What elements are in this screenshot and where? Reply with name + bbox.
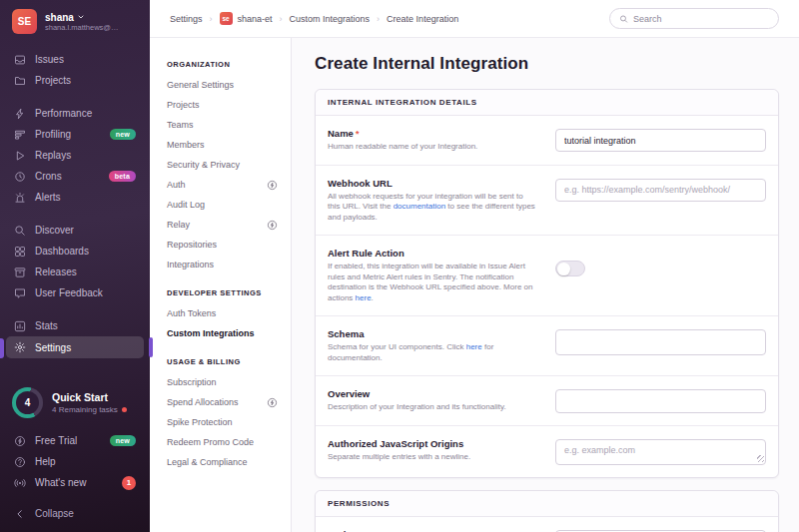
settings-nav: ORGANIZATION General Settings Projects T… <box>150 38 292 532</box>
upsell-icon <box>267 397 278 408</box>
settings-nav-spend-allocations[interactable]: Spend Allocations <box>167 392 291 412</box>
nav-item-releases[interactable]: Releases <box>0 262 150 282</box>
schema-docs-link[interactable]: here <box>466 342 482 351</box>
settings-nav-teams[interactable]: Teams <box>167 115 291 135</box>
nav-group-title: ORGANIZATION <box>167 60 291 69</box>
nav-label: Help <box>35 456 56 467</box>
nav-item-profiling[interactable]: Profilingnew <box>0 124 150 145</box>
crons-icon <box>14 171 26 183</box>
nav-label: Crons <box>35 171 62 182</box>
settings-nav-members[interactable]: Members <box>167 135 291 155</box>
nav-group-title: USAGE & BILLING <box>167 357 291 366</box>
field-help: If enabled, this integration will be ava… <box>328 262 537 303</box>
breadcrumb-separator: › <box>210 14 213 24</box>
alert-rule-action-toggle[interactable] <box>555 261 585 276</box>
authorized-js-origins-textarea[interactable] <box>555 439 766 465</box>
nav-item-crons[interactable]: Cronsbeta <box>0 166 150 187</box>
upsell-icon <box>267 220 278 231</box>
sidebar-resize-handle[interactable] <box>149 337 153 357</box>
quickstart-progress-ring: 4 <box>12 387 43 418</box>
search-input[interactable] <box>633 14 769 24</box>
settings-nav-subscription[interactable]: Subscription <box>167 372 291 392</box>
settings-nav-legal-compliance[interactable]: Legal & Compliance <box>167 452 291 472</box>
nav-label: Alerts <box>35 192 61 203</box>
settings-nav-general-settings[interactable]: General Settings <box>167 75 291 95</box>
settings-nav-redeem-promo-code[interactable]: Redeem Promo Code <box>167 432 291 452</box>
field-label: Alert Rule Action <box>328 248 537 259</box>
nav-item-help[interactable]: Help <box>0 451 150 472</box>
nav-label: Performance <box>35 108 92 119</box>
settings-nav-auth-tokens[interactable]: Auth Tokens <box>167 303 291 323</box>
stats-icon <box>14 320 26 332</box>
count-badge: 1 <box>122 476 136 490</box>
field-row-authorized-js-origins: Authorized JavaScript Origins Separate m… <box>316 426 778 477</box>
toggle-knob <box>557 263 570 275</box>
main-content: Create Internal Integration INTERNAL INT… <box>292 38 799 532</box>
chevron-down-icon <box>77 13 85 21</box>
breadcrumb-settings[interactable]: Settings <box>170 14 203 24</box>
nav-item-stats[interactable]: Stats <box>0 315 150 336</box>
avatar: SE <box>12 9 37 34</box>
name-input[interactable] <box>555 129 766 152</box>
quickstart-subtitle: 4 Remaining tasks <box>52 405 118 414</box>
search-box[interactable] <box>609 8 779 29</box>
settings-nav-projects[interactable]: Projects <box>167 95 291 115</box>
nav-label: What's new <box>35 477 86 488</box>
actions-here-link[interactable]: here <box>356 293 372 302</box>
nav-label: Issues <box>35 54 64 65</box>
field-label: Schema <box>328 328 537 339</box>
nav-label: Projects <box>35 75 71 86</box>
nav-label: User Feedback <box>35 287 103 298</box>
active-indicator-left <box>0 338 4 358</box>
documentation-link[interactable]: documentation <box>394 202 445 211</box>
sidebar-footer: 4 Quick Start 4 Remaining tasks Free Tri… <box>0 387 150 532</box>
nav-item-performance[interactable]: Performance <box>0 103 150 124</box>
profiling-icon <box>14 129 26 141</box>
discover-icon <box>14 225 26 237</box>
webhook-url-input[interactable] <box>555 179 766 202</box>
nav-label: Profiling <box>35 129 71 140</box>
nav-group-title: DEVELOPER SETTINGS <box>167 288 291 297</box>
nav-item-user-feedback[interactable]: User Feedback <box>0 282 150 303</box>
settings-nav-integrations[interactable]: Integrations <box>167 255 291 274</box>
chevron-left-icon <box>14 508 26 520</box>
settings-nav-spike-protection[interactable]: Spike Protection <box>167 412 291 432</box>
overview-textarea[interactable] <box>555 389 766 413</box>
collapse-button[interactable]: Collapse <box>0 503 150 524</box>
field-row-webhook-url: Webhook URL All webhook requests for you… <box>316 166 778 237</box>
permissions-panel: PERMISSIONS Project <box>315 490 779 532</box>
breadcrumb-custom-integrations[interactable]: Custom Integrations <box>290 14 371 24</box>
nav-item-alerts[interactable]: Alerts <box>0 187 150 208</box>
panel-header: INTERNAL INTEGRATION DETAILS <box>316 90 778 116</box>
schema-textarea[interactable] <box>555 329 766 355</box>
nav-label: Replays <box>35 150 71 161</box>
quickstart[interactable]: 4 Quick Start 4 Remaining tasks <box>0 387 150 418</box>
settings-nav-auth[interactable]: Auth <box>167 175 291 195</box>
settings-nav-audit-log[interactable]: Audit Log <box>167 195 291 215</box>
field-row-schema: Schema Schema for your UI components. Cl… <box>316 316 778 376</box>
integration-details-panel: INTERNAL INTEGRATION DETAILS Name* Human… <box>315 89 779 478</box>
settings-nav-custom-integrations[interactable]: Custom Integrations <box>167 323 291 343</box>
nav-item-issues[interactable]: Issues <box>0 49 150 70</box>
quickstart-title: Quick Start <box>52 391 127 403</box>
settings-nav-relay[interactable]: Relay <box>167 215 291 235</box>
field-label: Name* <box>328 128 537 139</box>
nav-item-whats-new[interactable]: What's new1 <box>0 472 150 493</box>
settings-nav-repositories[interactable]: Repositories <box>167 235 291 255</box>
upgrade-icon <box>14 435 26 447</box>
breadcrumb-org[interactable]: se shana-et <box>220 12 273 25</box>
nav-item-discover[interactable]: Discover <box>0 220 150 241</box>
quickstart-count: 4 <box>25 397 31 408</box>
nav-item-projects[interactable]: Projects <box>0 70 150 91</box>
field-help: Description of your Integration and its … <box>328 402 537 413</box>
nav-item-replays[interactable]: Replays <box>0 145 150 166</box>
nav-item-settings[interactable]: Settings <box>6 336 144 358</box>
user-menu[interactable]: SE shana shana.l.matthews@… <box>0 0 150 38</box>
nav-item-free-trial[interactable]: Free Trialnew <box>0 430 150 451</box>
required-asterisk: * <box>356 129 360 139</box>
settings-nav-security-privacy[interactable]: Security & Privacy <box>167 155 291 175</box>
field-row-project: Project <box>316 517 778 532</box>
releases-icon <box>14 266 26 278</box>
breadcrumb-create-integration[interactable]: Create Integration <box>387 14 458 24</box>
nav-item-dashboards[interactable]: Dashboards <box>0 241 150 262</box>
